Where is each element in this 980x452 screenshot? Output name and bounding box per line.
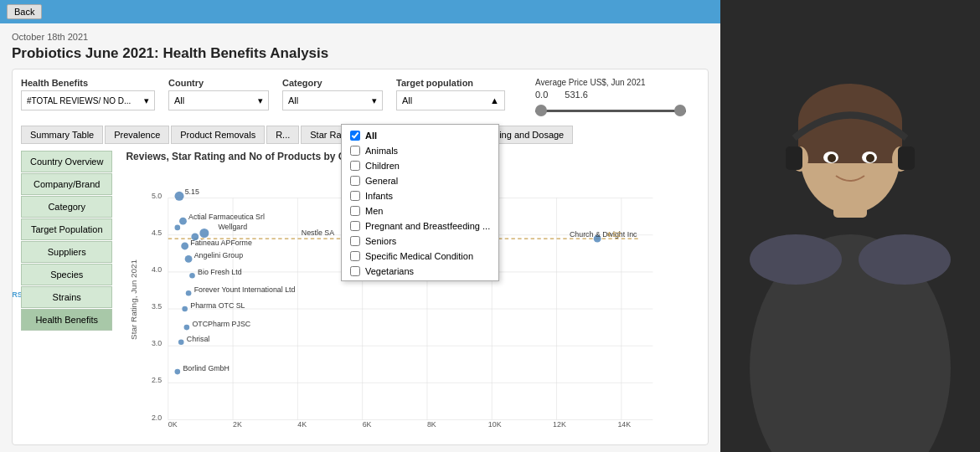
svg-text:Church & Dwight Inc: Church & Dwight Inc [570,230,637,239]
dropdown-item-animals[interactable]: Animals [342,143,498,158]
nav-country-overview[interactable]: Country Overview [21,151,112,172]
svg-text:Fatineau APForme: Fatineau APForme [191,239,253,247]
svg-point-44 [190,273,196,279]
svg-text:2.0: 2.0 [152,413,162,422]
tab-summary-table[interactable]: Summary Table [21,126,103,144]
svg-point-75 [859,234,951,285]
svg-text:Forever Yount International Lt: Forever Yount International Ltd [194,285,296,294]
target-population-chevron: ▲ [490,95,499,105]
dropdown-checkbox-children[interactable] [350,161,360,171]
svg-text:4K: 4K [298,420,307,429]
svg-text:Wellgard: Wellgard [219,223,248,231]
dropdown-checkbox-animals[interactable] [350,146,360,156]
svg-point-40 [182,243,189,250]
country-select[interactable]: All ▾ [168,90,269,110]
dropdown-item-general[interactable]: General [342,173,498,188]
svg-text:Nestle SA: Nestle SA [302,229,334,237]
nav-strains[interactable]: Strains [21,286,112,308]
slider-track [535,110,686,112]
dropdown-checkbox-infants[interactable] [350,191,360,201]
svg-text:4.5: 4.5 [152,229,162,237]
tab-prevalence[interactable]: Prevalence [105,126,169,144]
svg-text:10K: 10K [488,420,502,429]
dropdown-item-vegetarians[interactable]: Vegetarians [342,264,498,277]
svg-point-73 [866,154,874,162]
dropdown-label-infants: Infants [365,191,393,201]
svg-text:6K: 6K [363,420,372,429]
svg-point-42 [185,255,193,263]
price-values: 0.0 531.6 [535,90,686,100]
main-panel: Back October 18th 2021 Probiotics June 2… [0,0,720,452]
nav-species[interactable]: Species [21,264,112,285]
category-filter: Category All ▾ [282,78,383,110]
svg-text:Chrisal: Chrisal [187,335,210,343]
svg-text:2.5: 2.5 [152,376,162,384]
dropdown-item-men[interactable]: Men [342,203,498,218]
health-benefits-label: Health Benefits [21,78,155,88]
dropdown-item-all[interactable]: All [342,128,498,143]
left-nav-wrapper: ← FILTERS Country Overview Company/Brand… [21,151,119,419]
back-button[interactable]: Back [7,4,42,19]
svg-text:8K: 8K [427,420,436,429]
svg-text:4.52: 4.52 [607,230,622,239]
dropdown-item-children[interactable]: Children [342,158,498,173]
svg-text:4.0: 4.0 [152,265,162,274]
target-population-select[interactable]: All ▲ [396,90,505,110]
price-slider[interactable] [535,102,686,119]
filter-left-arrow-icon: ← [12,270,15,290]
dropdown-checkbox-vegetarians[interactable] [350,266,360,276]
svg-text:Bio Fresh Ltd: Bio Fresh Ltd [199,268,243,276]
tab-r[interactable]: R... [266,126,299,144]
dropdown-checkbox-men[interactable] [350,206,360,216]
health-benefits-value: #TOTAL REVIEWS/ NO D... [27,96,131,105]
svg-point-50 [184,325,190,331]
dropdown-checkbox-all[interactable] [350,131,360,141]
dropdown-label-men: Men [365,206,383,216]
dropdown-item-pregnant[interactable]: Pregnant and Breastfeeding ... [342,218,498,234]
dropdown-label-specific: Specific Medical Condition [365,251,473,261]
dropdown-checkbox-specific[interactable] [350,251,360,261]
slider-thumb-right[interactable] [674,105,686,116]
dropdown-item-seniors[interactable]: Seniors [342,234,498,249]
dropdown-label-pregnant: Pregnant and Breastfeeding ... [365,221,490,231]
nav-company-brand[interactable]: Company/Brand [21,173,112,195]
svg-text:0K: 0K [168,420,178,429]
svg-text:5.0: 5.0 [152,192,162,200]
page-title: Probiotics June 2021: Health Benefits An… [12,45,709,62]
svg-text:Actial Farmaceutica Srl: Actial Farmaceutica Srl [189,213,266,221]
price-range-label: Average Price US$, Jun 2021 [535,78,686,87]
svg-rect-69 [898,146,915,170]
top-bar: Back [0,0,720,23]
health-benefits-chevron: ▾ [144,95,149,106]
nav-health-benefits[interactable]: Health Benefits [21,309,112,331]
country-chevron: ▾ [258,95,263,106]
svg-point-48 [183,306,188,312]
dropdown-checkbox-pregnant[interactable] [350,221,360,231]
svg-point-54 [175,369,181,375]
category-select[interactable]: All ▾ [282,90,383,110]
svg-point-31 [175,192,184,201]
dropdown-label-all: All [365,131,377,141]
country-filter: Country All ▾ [168,78,269,110]
tab-product-removals[interactable]: Product Removals [171,126,265,144]
dropdown-checkbox-general[interactable] [350,176,360,186]
svg-text:Angelini Group: Angelini Group [194,251,243,259]
price-range-filter: Average Price US$, Jun 2021 0.0 531.6 [535,78,686,119]
svg-point-74 [750,234,842,285]
nav-category[interactable]: Category [21,196,112,218]
dropdown-item-specific[interactable]: Specific Medical Condition [342,249,498,264]
dropdown-label-vegetarians: Vegetarians [365,266,414,276]
dropdown-item-infants[interactable]: Infants [342,188,498,203]
svg-text:3.5: 3.5 [152,302,162,311]
nav-suppliers[interactable]: Suppliers [21,241,112,263]
slider-thumb-left[interactable] [535,105,547,116]
dropdown-checkbox-seniors[interactable] [350,236,360,246]
svg-text:5.15: 5.15 [185,187,199,196]
y-axis-label: Star Rating, Jun 2021 [130,259,139,340]
nav-target-population[interactable]: Target Population [21,218,112,240]
svg-text:3.0: 3.0 [152,339,162,347]
svg-text:OTCPharm PJSC: OTCPharm PJSC [193,320,251,328]
content-area: October 18th 2021 Probiotics June 2021: … [0,23,720,452]
dropdown-label-general: General [365,176,398,186]
health-benefits-select[interactable]: #TOTAL REVIEWS/ NO D... ▾ [21,90,155,110]
